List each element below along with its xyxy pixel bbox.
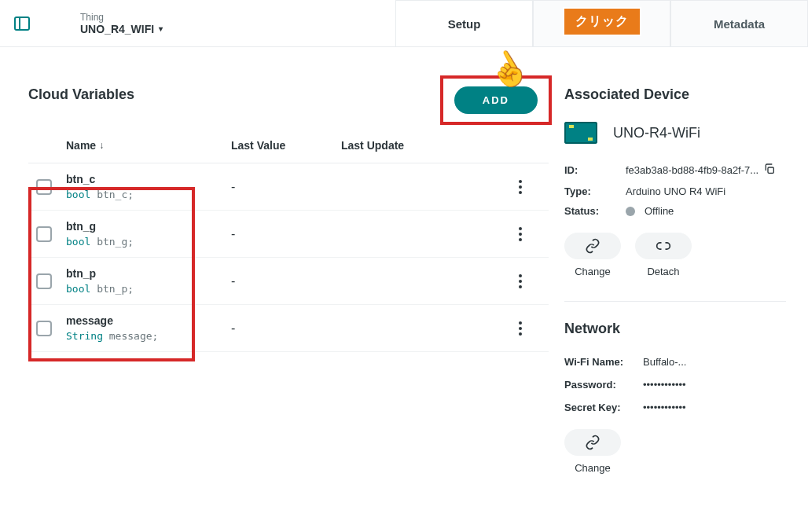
cloud-variables-title: Cloud Variables bbox=[28, 86, 134, 103]
link-icon bbox=[585, 238, 600, 254]
column-name[interactable]: Name ↓ bbox=[66, 139, 231, 152]
link-icon bbox=[585, 435, 600, 450]
cell-last-value: - bbox=[231, 180, 341, 194]
device-status-row: Status: Offline bbox=[564, 205, 786, 217]
table-row[interactable]: btn_cbool btn_c;- bbox=[28, 163, 549, 211]
change-network-label: Change bbox=[575, 462, 611, 474]
column-last-update[interactable]: Last Update bbox=[341, 139, 549, 152]
divider bbox=[564, 301, 786, 302]
detach-device-label: Detach bbox=[647, 266, 679, 277]
tab-metadata-label: Metadata bbox=[714, 17, 765, 31]
secret-key-label: Secret Key: bbox=[564, 402, 643, 413]
right-panel: Associated Device UNO-R4-WiFi ID: fe3ab3… bbox=[564, 63, 808, 474]
password-row: Password: •••••••••••• bbox=[564, 379, 786, 391]
associated-device-title: Associated Device bbox=[564, 86, 786, 103]
cell-last-value: - bbox=[231, 227, 341, 241]
detach-device-button[interactable]: Detach bbox=[635, 233, 692, 277]
table-header: Name ↓ Last Value Last Update bbox=[28, 131, 549, 163]
password-label: Password: bbox=[564, 379, 643, 391]
sidebar-toggle[interactable] bbox=[11, 13, 33, 35]
header: Thing UNO_R4_WIFI ▾ Setup Sketch クリック Me… bbox=[0, 0, 808, 47]
secret-key-value: •••••••••••• bbox=[643, 402, 686, 413]
thing-label: Thing bbox=[80, 12, 163, 23]
column-name-label: Name bbox=[66, 139, 96, 152]
wifi-name-row: Wi-Fi Name: Buffalo-... bbox=[564, 356, 786, 368]
device-actions: Change Detach bbox=[564, 233, 786, 277]
row-checkbox[interactable] bbox=[36, 321, 52, 336]
variable-name: btn_c bbox=[66, 173, 231, 185]
row-checkbox[interactable] bbox=[36, 226, 52, 242]
cell-name: btn_cbool btn_c; bbox=[66, 173, 231, 200]
svg-rect-0 bbox=[15, 17, 29, 30]
svg-rect-2 bbox=[768, 167, 773, 173]
device-id-value: fe3ab3a8-bd88-4fb9-8a2f-7... bbox=[626, 164, 758, 176]
row-menu-icon[interactable] bbox=[511, 225, 530, 244]
tabs: Setup Sketch クリック Metadata bbox=[395, 0, 808, 46]
cell-last-value: - bbox=[231, 274, 341, 288]
row-menu-icon[interactable] bbox=[511, 272, 530, 291]
wifi-name-value: Buffalo-... bbox=[643, 356, 686, 368]
device-id-label: ID: bbox=[564, 164, 626, 176]
tab-sketch[interactable]: Sketch クリック bbox=[533, 0, 670, 46]
sort-down-icon: ↓ bbox=[99, 140, 104, 151]
thing-name-dropdown[interactable]: UNO_R4_WIFI ▾ bbox=[80, 23, 163, 35]
password-value: •••••••••••• bbox=[643, 379, 686, 391]
row-checkbox[interactable] bbox=[36, 273, 52, 289]
tab-metadata[interactable]: Metadata bbox=[670, 0, 808, 46]
network-title: Network bbox=[564, 321, 786, 337]
table-row[interactable]: btn_pbool btn_p;- bbox=[28, 258, 549, 305]
cell-last-value: - bbox=[231, 321, 341, 336]
device-name: UNO-R4-WiFi bbox=[613, 125, 700, 141]
thing-title: Thing UNO_R4_WIFI ▾ bbox=[80, 12, 163, 35]
unlink-icon bbox=[656, 238, 671, 254]
click-annotation: クリック bbox=[563, 7, 641, 36]
change-device-button[interactable]: Change bbox=[564, 233, 621, 277]
main: Cloud Variables ADD ☝️ Name ↓ Last Value… bbox=[0, 47, 808, 474]
board-icon bbox=[564, 122, 597, 144]
row-menu-icon[interactable] bbox=[511, 319, 530, 338]
status-dot-icon bbox=[626, 207, 635, 216]
device-status-label: Status: bbox=[564, 205, 626, 217]
thing-name-text: UNO_R4_WIFI bbox=[80, 23, 154, 35]
variable-name: message bbox=[66, 314, 231, 327]
table-body: btn_cbool btn_c;-btn_gbool btn_g;-btn_pb… bbox=[28, 163, 549, 352]
table-row[interactable]: btn_gbool btn_g;- bbox=[28, 211, 549, 258]
variables-table: Name ↓ Last Value Last Update btn_cbool … bbox=[28, 131, 549, 352]
caret-down-icon: ▾ bbox=[159, 24, 163, 33]
variable-name: btn_p bbox=[66, 267, 231, 280]
variable-declaration: bool btn_c; bbox=[66, 189, 231, 200]
row-checkbox[interactable] bbox=[36, 179, 52, 195]
cell-name: btn_gbool btn_g; bbox=[66, 220, 231, 248]
column-last-value[interactable]: Last Value bbox=[231, 139, 341, 152]
row-menu-icon[interactable] bbox=[511, 178, 530, 196]
device-id-row: ID: fe3ab3a8-bd88-4fb9-8a2f-7... bbox=[564, 163, 786, 178]
device-type-row: Type: Arduino UNO R4 WiFi bbox=[564, 185, 786, 197]
device-type-value: Arduino UNO R4 WiFi bbox=[626, 185, 725, 197]
change-network-button[interactable]: Change bbox=[564, 429, 621, 474]
table-row[interactable]: messageString message;- bbox=[28, 305, 549, 352]
network-actions: Change bbox=[564, 429, 786, 474]
secret-key-row: Secret Key: •••••••••••• bbox=[564, 402, 786, 413]
device-header: UNO-R4-WiFi bbox=[564, 122, 786, 144]
device-status-value: Offline bbox=[645, 205, 674, 217]
cloud-variables-panel: Cloud Variables ADD ☝️ Name ↓ Last Value… bbox=[0, 63, 564, 474]
cell-name: messageString message; bbox=[66, 314, 231, 342]
variable-declaration: bool btn_p; bbox=[66, 283, 231, 295]
change-device-label: Change bbox=[575, 266, 611, 277]
variable-name: btn_g bbox=[66, 220, 231, 233]
variable-declaration: String message; bbox=[66, 330, 231, 342]
copy-icon[interactable] bbox=[763, 163, 776, 178]
tab-setup[interactable]: Setup bbox=[395, 0, 533, 46]
add-variable-button[interactable]: ADD bbox=[454, 86, 538, 114]
wifi-name-label: Wi-Fi Name: bbox=[564, 356, 643, 368]
tab-setup-label: Setup bbox=[448, 17, 481, 31]
add-highlight-box: ADD ☝️ bbox=[440, 75, 552, 125]
cell-name: btn_pbool btn_p; bbox=[66, 267, 231, 295]
device-type-label: Type: bbox=[564, 185, 626, 197]
variable-declaration: bool btn_g; bbox=[66, 236, 231, 248]
